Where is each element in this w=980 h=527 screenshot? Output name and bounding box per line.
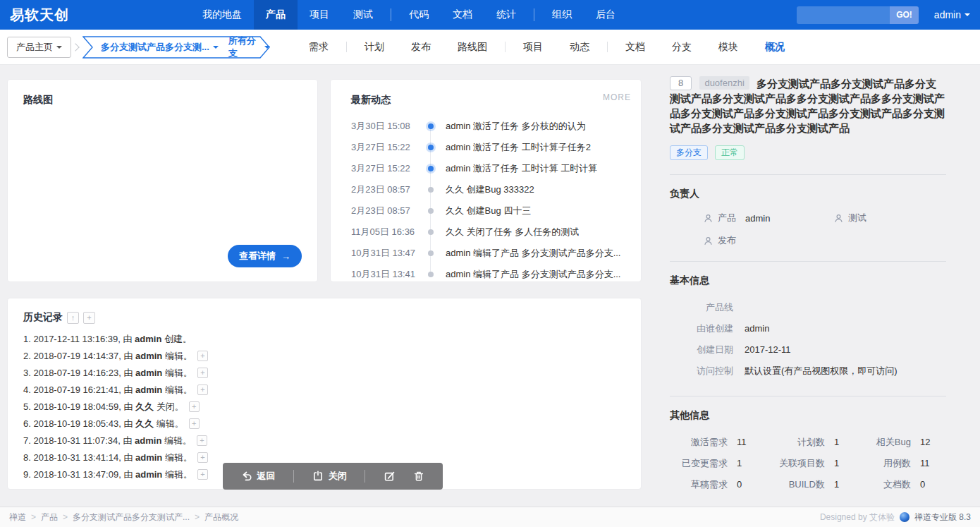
history-user: admin bbox=[135, 334, 161, 344]
nav-project[interactable]: 项目 bbox=[298, 0, 341, 30]
expand-diff-button[interactable]: + bbox=[197, 452, 208, 463]
other-info-title: 其他信息 bbox=[670, 409, 946, 422]
roadmap-panel: 路线图 查看详情 → bbox=[7, 79, 318, 282]
tab-story[interactable]: 需求 bbox=[295, 41, 342, 54]
switcher-content: 多分支测试产品多分支测... 所有分支 bbox=[82, 36, 270, 59]
product-dropdown-label: 多分支测试产品多分支测... bbox=[101, 41, 209, 54]
search-go-button[interactable]: GO! bbox=[890, 6, 919, 24]
breadcrumb-overview[interactable]: 产品概况 bbox=[204, 511, 238, 523]
expand-diff-button[interactable]: + bbox=[197, 435, 207, 446]
chevron-down-icon bbox=[56, 46, 62, 49]
activity-row: 10月31日 13:41 admin 编辑了产品 多分支测试产品多分支... bbox=[351, 264, 641, 285]
product-dropdown[interactable]: 多分支测试产品多分支测... bbox=[101, 41, 219, 54]
history-item: 4. 2018-07-19 16:21:41, 由 admin 编辑。+ bbox=[23, 382, 625, 399]
history-text: 5. 2018-10-19 18:04:59, 由 bbox=[23, 401, 135, 412]
nav-divider bbox=[534, 8, 534, 21]
activity-row: 2月23日 08:57 久久 创建Bug 四十三 bbox=[351, 200, 641, 222]
search-input[interactable] bbox=[797, 6, 890, 24]
activity-row: 2月23日 08:57 久久 创建Bug 333322 bbox=[351, 179, 641, 200]
activity-text[interactable]: admin 编辑了产品 多分支测试产品多分支... bbox=[446, 247, 620, 260]
activity-text[interactable]: 久久 关闭了任务 多人任务的测试 bbox=[446, 226, 579, 238]
close-label: 关闭 bbox=[329, 470, 347, 483]
activity-title: 最新动态 bbox=[351, 94, 641, 107]
nav-test[interactable]: 测试 bbox=[341, 0, 385, 30]
nav-my-zone[interactable]: 我的地盘 bbox=[190, 0, 254, 30]
activity-text[interactable]: admin 激活了任务 工时计算子任务2 bbox=[446, 141, 591, 154]
info-row: 访问控制 默认设置(有产品视图权限，即可访问) bbox=[670, 361, 946, 382]
history-action: 编辑。 bbox=[162, 469, 192, 480]
expand-diff-button[interactable]: + bbox=[197, 469, 208, 480]
tab-divider bbox=[505, 42, 506, 52]
info-row: 创建日期 2017-12-11 bbox=[670, 339, 946, 361]
nav-code[interactable]: 代码 bbox=[397, 0, 441, 30]
version-label[interactable]: 禅道专业版 8.3 bbox=[914, 511, 971, 523]
nav-admin-panel[interactable]: 后台 bbox=[584, 0, 627, 30]
tab-roadmap[interactable]: 路线图 bbox=[444, 41, 501, 54]
breadcrumb-product-name[interactable]: 多分支测试产品多分支测试产... bbox=[73, 511, 204, 523]
timeline-dot-icon bbox=[422, 166, 440, 171]
activity-text[interactable]: admin 激活了任务 工时计算 工时计算 bbox=[446, 162, 597, 175]
history-action: 关闭。 bbox=[154, 401, 184, 412]
timeline-dot-icon bbox=[422, 145, 440, 150]
breadcrumb-zentao[interactable]: 禅道 bbox=[9, 511, 41, 523]
activity-text[interactable]: 久久 创建Bug 四十三 bbox=[446, 205, 531, 217]
branch-type-badge: 多分支 bbox=[670, 145, 708, 160]
toolbar-divider bbox=[365, 470, 365, 483]
owner-value: admin bbox=[745, 213, 770, 224]
back-button[interactable]: 返回 bbox=[241, 470, 276, 483]
activity-panel: 最新动态 MORE 3月30日 15:08 admin 激活了任务 多分枝的的认… bbox=[330, 79, 642, 282]
activity-text[interactable]: admin 激活了任务 多分枝的的认为 bbox=[446, 120, 586, 133]
history-title: 历史记录 bbox=[23, 311, 63, 324]
stat-plans: 计划数1 bbox=[763, 432, 867, 453]
nav-divider bbox=[391, 8, 391, 21]
activity-text[interactable]: 久久 创建Bug 333322 bbox=[446, 183, 534, 196]
view-detail-button[interactable]: 查看详情 → bbox=[228, 245, 302, 267]
owner-label: 测试 bbox=[848, 212, 866, 224]
expand-diff-button[interactable]: + bbox=[197, 368, 208, 378]
activity-date: 3月30日 15:08 bbox=[351, 120, 422, 133]
back-label: 返回 bbox=[257, 470, 276, 483]
delete-button[interactable] bbox=[413, 471, 424, 482]
tab-dynamic[interactable]: 动态 bbox=[556, 41, 603, 54]
tab-overview[interactable]: 概况 bbox=[752, 41, 798, 54]
history-text: 7. 2018-10-31 11:07:34, 由 bbox=[23, 435, 135, 446]
edit-button[interactable] bbox=[384, 471, 396, 483]
expand-diff-button[interactable]: + bbox=[197, 384, 208, 395]
tab-plan[interactable]: 计划 bbox=[351, 41, 398, 54]
tab-divider bbox=[607, 42, 608, 52]
more-link[interactable]: MORE bbox=[603, 92, 631, 102]
user-menu[interactable]: admin bbox=[934, 9, 970, 20]
tab-release[interactable]: 发布 bbox=[398, 41, 444, 54]
expand-diff-button[interactable]: + bbox=[189, 401, 200, 412]
nav-report[interactable]: 统计 bbox=[484, 0, 528, 30]
arrow-right-icon: → bbox=[281, 251, 290, 262]
nav-product[interactable]: 产品 bbox=[254, 0, 298, 30]
expand-all-button[interactable]: + bbox=[83, 312, 95, 324]
tab-branch[interactable]: 分支 bbox=[659, 41, 705, 54]
expand-diff-button[interactable]: + bbox=[189, 418, 200, 429]
tab-doc[interactable]: 文档 bbox=[612, 41, 659, 54]
product-id-badge: 8 bbox=[670, 76, 692, 90]
tab-module[interactable]: 模块 bbox=[705, 41, 752, 54]
activity-date: 3月27日 15:22 bbox=[351, 141, 422, 154]
activity-text[interactable]: admin 编辑了产品 多分支测试产品多分支... bbox=[446, 268, 620, 281]
history-item: 1. 2017-12-11 13:16:39, 由 admin 创建。 bbox=[23, 331, 625, 348]
close-button[interactable]: 关闭 bbox=[312, 470, 347, 483]
app-logo[interactable]: 易软天创 bbox=[0, 0, 79, 30]
nav-doc[interactable]: 文档 bbox=[441, 0, 484, 30]
timeline-dot-icon bbox=[422, 272, 440, 277]
product-home-button[interactable]: 产品主页 bbox=[7, 37, 71, 58]
history-user: admin bbox=[135, 435, 161, 446]
product-tabs: 需求 计划 发布 路线图 项目 动态 文档 分支 模块 概况 bbox=[295, 41, 798, 54]
expand-diff-button[interactable]: + bbox=[197, 351, 208, 361]
chevron-down-icon bbox=[264, 46, 270, 49]
collapse-history-button[interactable]: ↑ bbox=[67, 312, 79, 324]
tab-project[interactable]: 项目 bbox=[510, 41, 556, 54]
footer-right: Designed by 艾体验 禅道专业版 8.3 bbox=[820, 511, 971, 523]
nav-organization[interactable]: 组织 bbox=[540, 0, 584, 30]
activity-timeline: 3月30日 15:08 admin 激活了任务 多分枝的的认为 3月27日 15… bbox=[351, 116, 641, 285]
breadcrumb-product[interactable]: 产品 bbox=[41, 511, 73, 523]
product-overview: 8 duofenzhi 多分支测试产品多分支测试产品多分支测试产品多分支测试产品… bbox=[670, 76, 946, 495]
branch-dropdown[interactable]: 所有分支 bbox=[228, 35, 270, 60]
history-text: 8. 2018-10-31 13:41:14, 由 bbox=[23, 452, 135, 463]
